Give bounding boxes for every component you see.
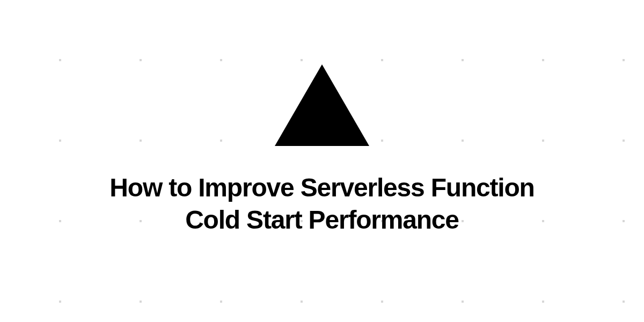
triangle-logo-icon — [275, 64, 369, 146]
hero-cover: How to Improve Serverless Function Cold … — [0, 0, 644, 322]
hero-content: How to Improve Serverless Function Cold … — [0, 0, 644, 322]
article-title: How to Improve Serverless Function Cold … — [80, 172, 564, 236]
